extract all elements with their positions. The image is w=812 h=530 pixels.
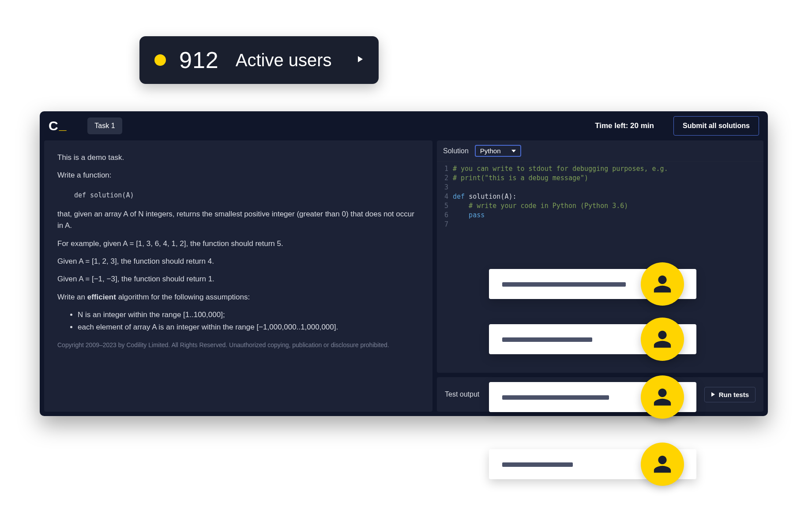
avatar-badge (641, 318, 684, 361)
solution-label: Solution (443, 147, 469, 155)
problem-description: that, given an array A of N integers, re… (57, 208, 419, 232)
avatar-badge (641, 262, 684, 306)
language-value: Python (480, 147, 501, 155)
svg-marker-1 (511, 150, 516, 152)
problem-example-3: Given A = [−1, −3], the function should … (57, 273, 419, 285)
test-output-label: Test output (445, 390, 479, 398)
code-lines: # you can write to stdout for debugging … (453, 164, 760, 229)
placeholder-bar (502, 462, 573, 467)
active-users-count: 912 (179, 47, 219, 73)
avatar-badge (641, 443, 684, 486)
line-gutter: 1 2 3 4 5 6 7 (437, 164, 453, 229)
copyright: Copyright 2009–2023 by Codility Limited.… (57, 341, 419, 350)
placeholder-bar (502, 395, 609, 400)
code-editor[interactable]: 1 2 3 4 5 6 7 # you can write to stdout … (437, 162, 763, 232)
person-icon (652, 454, 673, 474)
task-tab[interactable]: Task 1 (87, 117, 122, 134)
svg-marker-0 (358, 56, 363, 62)
placeholder-bar (502, 282, 626, 287)
chevron-down-icon (511, 149, 516, 153)
person-icon (652, 387, 673, 407)
run-tests-button[interactable]: Run tests (704, 387, 756, 402)
problem-intro: This is a demo task. (57, 152, 419, 163)
assumption-item: N is an integer within the range [1..100… (78, 309, 419, 321)
problem-efficient-line: Write an efficient algorithm for the fol… (57, 292, 419, 303)
problem-example-2: Given A = [1, 2, 3], the function should… (57, 256, 419, 267)
problem-example-1: For example, given A = [1, 3, 6, 4, 1, 2… (57, 238, 419, 250)
function-signature: def solution(A) (57, 188, 419, 203)
assumptions-list: N is an integer within the range [1..100… (78, 309, 419, 333)
play-icon (711, 392, 715, 397)
person-icon (652, 329, 673, 349)
active-users-pill[interactable]: 912 Active users (139, 36, 379, 84)
problem-write: Write a function: (57, 170, 419, 181)
logo-underscore-icon: _ (59, 118, 67, 132)
time-left: Time left: 20 min (595, 121, 654, 130)
play-icon (357, 56, 364, 64)
active-users-label: Active users (236, 50, 332, 70)
logo-letter: C (49, 118, 58, 133)
assumption-item: each element of array A is an integer wi… (78, 322, 419, 333)
logo: C_ (49, 118, 66, 133)
language-select[interactable]: Python (475, 145, 521, 157)
placeholder-bar (502, 337, 592, 342)
submit-all-button[interactable]: Submit all solutions (673, 116, 759, 136)
status-dot-icon (154, 54, 166, 66)
ide-header: C_ Task 1 Time left: 20 min Submit all s… (40, 111, 768, 140)
code-header: Solution Python (437, 140, 763, 162)
person-icon (652, 274, 673, 294)
problem-pane: This is a demo task. Write a function: d… (44, 140, 432, 412)
avatar-badge (641, 375, 684, 419)
svg-marker-2 (711, 392, 715, 397)
